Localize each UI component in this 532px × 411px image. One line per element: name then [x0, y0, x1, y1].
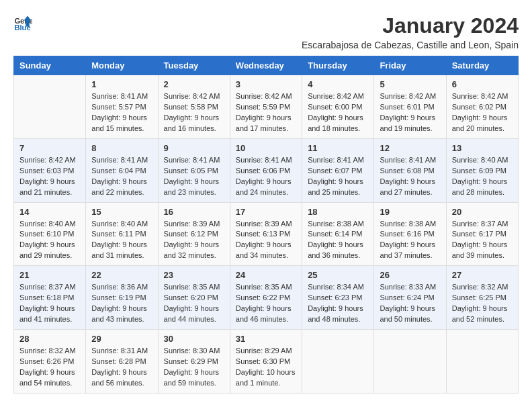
- calendar-cell: 8Sunrise: 8:41 AMSunset: 6:04 PMDaylight…: [86, 138, 158, 202]
- cell-content: Sunrise: 8:31 AMSunset: 6:28 PMDaylight:…: [91, 346, 152, 389]
- day-number: 12: [380, 143, 440, 153]
- cell-content: Sunrise: 8:32 AMSunset: 6:25 PMDaylight:…: [452, 282, 513, 325]
- calendar-cell: 16Sunrise: 8:39 AMSunset: 6:12 PMDayligh…: [158, 202, 230, 266]
- calendar-week-row: 1Sunrise: 8:41 AMSunset: 5:57 PMDaylight…: [14, 75, 519, 139]
- day-number: 7: [19, 143, 80, 153]
- day-number: 5: [380, 79, 440, 89]
- title-area: January 2024 Escarabajosa de Cabezas, Ca…: [302, 13, 519, 50]
- day-number: 9: [164, 143, 224, 153]
- logo: General Blue: [13, 13, 32, 32]
- cell-content: Sunrise: 8:42 AMSunset: 6:01 PMDaylight:…: [380, 91, 440, 134]
- day-number: 15: [91, 207, 152, 217]
- cell-content: Sunrise: 8:38 AMSunset: 6:16 PMDaylight:…: [380, 219, 440, 262]
- calendar-cell: 14Sunrise: 8:40 AMSunset: 6:10 PMDayligh…: [14, 202, 86, 266]
- calendar-cell: 15Sunrise: 8:40 AMSunset: 6:11 PMDayligh…: [86, 202, 158, 266]
- cell-content: Sunrise: 8:42 AMSunset: 5:59 PMDaylight:…: [236, 91, 296, 134]
- day-of-week-header: Wednesday: [230, 56, 302, 75]
- day-number: 22: [91, 270, 152, 280]
- calendar-cell: 5Sunrise: 8:42 AMSunset: 6:01 PMDaylight…: [374, 75, 446, 139]
- cell-content: Sunrise: 8:41 AMSunset: 6:07 PMDaylight:…: [308, 155, 368, 198]
- cell-content: Sunrise: 8:32 AMSunset: 6:26 PMDaylight:…: [19, 346, 80, 389]
- cell-content: Sunrise: 8:36 AMSunset: 6:19 PMDaylight:…: [91, 282, 152, 325]
- calendar-week-row: 7Sunrise: 8:42 AMSunset: 6:03 PMDaylight…: [14, 138, 519, 202]
- day-number: 21: [19, 270, 80, 280]
- day-number: 13: [452, 143, 513, 153]
- day-of-week-header: Sunday: [14, 56, 86, 75]
- day-of-week-header: Friday: [374, 56, 446, 75]
- day-number: 4: [308, 79, 368, 89]
- day-number: 27: [452, 270, 513, 280]
- day-number: 8: [91, 143, 152, 153]
- calendar-week-row: 14Sunrise: 8:40 AMSunset: 6:10 PMDayligh…: [14, 202, 519, 266]
- calendar-cell: 25Sunrise: 8:34 AMSunset: 6:23 PMDayligh…: [302, 266, 374, 330]
- calendar-cell: 4Sunrise: 8:42 AMSunset: 6:00 PMDaylight…: [302, 75, 374, 139]
- calendar-cell: 11Sunrise: 8:41 AMSunset: 6:07 PMDayligh…: [302, 138, 374, 202]
- calendar-cell: 24Sunrise: 8:35 AMSunset: 6:22 PMDayligh…: [230, 266, 302, 330]
- calendar-cell: 18Sunrise: 8:38 AMSunset: 6:14 PMDayligh…: [302, 202, 374, 266]
- day-number: 20: [452, 207, 513, 217]
- header: General Blue January 2024 Escarabajosa d…: [13, 13, 519, 50]
- calendar-body: 1Sunrise: 8:41 AMSunset: 5:57 PMDaylight…: [14, 75, 519, 394]
- day-number: 11: [308, 143, 368, 153]
- calendar-header-row: SundayMondayTuesdayWednesdayThursdayFrid…: [14, 56, 519, 75]
- day-number: 24: [236, 270, 296, 280]
- day-number: 17: [236, 207, 296, 217]
- day-number: 3: [236, 79, 296, 89]
- calendar-cell: 17Sunrise: 8:39 AMSunset: 6:13 PMDayligh…: [230, 202, 302, 266]
- calendar-cell: [302, 330, 374, 394]
- calendar-cell: 3Sunrise: 8:42 AMSunset: 5:59 PMDaylight…: [230, 75, 302, 139]
- cell-content: Sunrise: 8:41 AMSunset: 6:08 PMDaylight:…: [380, 155, 440, 198]
- cell-content: Sunrise: 8:41 AMSunset: 6:05 PMDaylight:…: [164, 155, 224, 198]
- day-number: 23: [164, 270, 224, 280]
- calendar-cell: 20Sunrise: 8:37 AMSunset: 6:17 PMDayligh…: [446, 202, 518, 266]
- day-number: 26: [380, 270, 440, 280]
- day-number: 10: [236, 143, 296, 153]
- cell-content: Sunrise: 8:35 AMSunset: 6:20 PMDaylight:…: [164, 282, 224, 325]
- calendar-cell: 29Sunrise: 8:31 AMSunset: 6:28 PMDayligh…: [86, 330, 158, 394]
- calendar-cell: 7Sunrise: 8:42 AMSunset: 6:03 PMDaylight…: [14, 138, 86, 202]
- day-of-week-header: Monday: [86, 56, 158, 75]
- day-number: 6: [452, 79, 513, 89]
- calendar-cell: 19Sunrise: 8:38 AMSunset: 6:16 PMDayligh…: [374, 202, 446, 266]
- cell-content: Sunrise: 8:41 AMSunset: 6:06 PMDaylight:…: [236, 155, 296, 198]
- cell-content: Sunrise: 8:41 AMSunset: 6:04 PMDaylight:…: [91, 155, 152, 198]
- day-number: 16: [164, 207, 224, 217]
- calendar-cell: 1Sunrise: 8:41 AMSunset: 5:57 PMDaylight…: [86, 75, 158, 139]
- day-of-week-header: Tuesday: [158, 56, 230, 75]
- cell-content: Sunrise: 8:42 AMSunset: 5:58 PMDaylight:…: [164, 91, 224, 134]
- calendar-cell: 2Sunrise: 8:42 AMSunset: 5:58 PMDaylight…: [158, 75, 230, 139]
- day-number: 30: [164, 334, 224, 344]
- cell-content: Sunrise: 8:39 AMSunset: 6:12 PMDaylight:…: [164, 219, 224, 262]
- calendar-cell: 30Sunrise: 8:30 AMSunset: 6:29 PMDayligh…: [158, 330, 230, 394]
- day-number: 2: [164, 79, 224, 89]
- cell-content: Sunrise: 8:34 AMSunset: 6:23 PMDaylight:…: [308, 282, 368, 325]
- day-number: 31: [236, 334, 296, 344]
- calendar-cell: 27Sunrise: 8:32 AMSunset: 6:25 PMDayligh…: [446, 266, 518, 330]
- cell-content: Sunrise: 8:29 AMSunset: 6:30 PMDaylight:…: [236, 346, 296, 389]
- cell-content: Sunrise: 8:30 AMSunset: 6:29 PMDaylight:…: [164, 346, 224, 389]
- day-number: 29: [91, 334, 152, 344]
- day-number: 18: [308, 207, 368, 217]
- day-number: 25: [308, 270, 368, 280]
- cell-content: Sunrise: 8:37 AMSunset: 6:18 PMDaylight:…: [19, 282, 80, 325]
- day-number: 1: [91, 79, 152, 89]
- calendar-cell: 31Sunrise: 8:29 AMSunset: 6:30 PMDayligh…: [230, 330, 302, 394]
- subtitle: Escarabajosa de Cabezas, Castille and Le…: [302, 40, 519, 50]
- day-number: 14: [19, 207, 80, 217]
- day-number: 28: [19, 334, 80, 344]
- calendar-cell: 10Sunrise: 8:41 AMSunset: 6:06 PMDayligh…: [230, 138, 302, 202]
- cell-content: Sunrise: 8:40 AMSunset: 6:09 PMDaylight:…: [452, 155, 513, 198]
- cell-content: Sunrise: 8:35 AMSunset: 6:22 PMDaylight:…: [236, 282, 296, 325]
- cell-content: Sunrise: 8:41 AMSunset: 5:57 PMDaylight:…: [91, 91, 152, 134]
- calendar-week-row: 28Sunrise: 8:32 AMSunset: 6:26 PMDayligh…: [14, 330, 519, 394]
- calendar-cell: 21Sunrise: 8:37 AMSunset: 6:18 PMDayligh…: [14, 266, 86, 330]
- day-number: 19: [380, 207, 440, 217]
- calendar-cell: [374, 330, 446, 394]
- cell-content: Sunrise: 8:39 AMSunset: 6:13 PMDaylight:…: [236, 219, 296, 262]
- cell-content: Sunrise: 8:40 AMSunset: 6:11 PMDaylight:…: [91, 219, 152, 262]
- cell-content: Sunrise: 8:40 AMSunset: 6:10 PMDaylight:…: [19, 219, 80, 262]
- cell-content: Sunrise: 8:42 AMSunset: 6:02 PMDaylight:…: [452, 91, 513, 134]
- cell-content: Sunrise: 8:38 AMSunset: 6:14 PMDaylight:…: [308, 219, 368, 262]
- cell-content: Sunrise: 8:42 AMSunset: 6:03 PMDaylight:…: [19, 155, 80, 198]
- calendar-cell: 6Sunrise: 8:42 AMSunset: 6:02 PMDaylight…: [446, 75, 518, 139]
